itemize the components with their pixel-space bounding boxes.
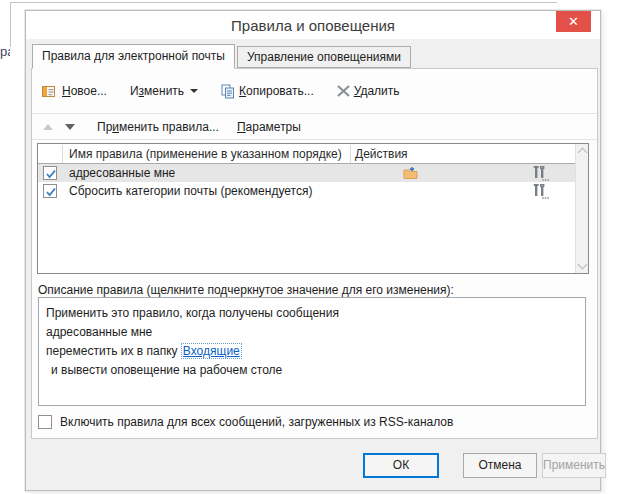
description-line-3: переместить их в папку Входящие xyxy=(46,342,578,361)
apply-button[interactable]: Применить xyxy=(542,453,606,478)
edit-rule-label: Изменить xyxy=(130,84,184,98)
new-rule-label: Новое... xyxy=(62,84,107,98)
column-separator xyxy=(62,145,63,163)
rule-name: Сбросить категории почты (рекомендуется) xyxy=(69,184,312,198)
email-rules-tab-page: Новое... Изменить xyxy=(31,68,598,439)
rules-table: Имя правила (применение в указанном поря… xyxy=(37,143,589,274)
table-row-rule-1[interactable]: адресованные мне xyxy=(38,164,576,182)
screen: ра Правила и оповещения ✕ Правила для эл… xyxy=(0,0,628,494)
copy-icon xyxy=(221,84,235,99)
description-line-1: Применить это правило, когда получены со… xyxy=(46,304,578,323)
options-button[interactable]: Параметры xyxy=(234,119,304,135)
tab-manage-alerts[interactable]: Управление оповещениями xyxy=(237,46,411,68)
tab-email-rules[interactable]: Правила для электронной почты xyxy=(32,44,235,69)
delete-rule-button[interactable]: Удалить xyxy=(333,82,404,100)
rule-description-label: Описание правила (щелкните подчеркнутое … xyxy=(38,283,454,297)
scroll-up-icon[interactable] xyxy=(578,148,588,158)
rule-2-enabled-checkbox[interactable] xyxy=(43,184,57,198)
title-bar: Правила и оповещения ✕ xyxy=(26,11,600,39)
options-label: Параметры xyxy=(237,120,301,134)
move-rule-up-button[interactable] xyxy=(38,119,58,135)
close-button[interactable]: ✕ xyxy=(556,11,591,32)
rule-description-box: Применить это правило, когда получены со… xyxy=(38,297,586,406)
tab-email-rules-label: Правила для электронной почты xyxy=(42,49,225,63)
edit-rule-button[interactable]: Изменить xyxy=(126,82,202,100)
inbox-folder-link[interactable]: Входящие xyxy=(181,343,242,359)
move-to-folder-icon xyxy=(402,166,419,183)
rules-table-header: Имя правила (применение в указанном поря… xyxy=(38,144,588,164)
column-separator xyxy=(350,145,351,163)
delete-rule-label: Удалить xyxy=(354,84,400,98)
dialog-title: Правила и оповещения xyxy=(26,17,600,34)
copy-rule-button[interactable]: Копировать... xyxy=(217,82,318,101)
rules-and-alerts-dialog: Правила и оповещения ✕ Правила для элект… xyxy=(25,10,601,491)
rule-order-toolbar: Применить правила... Параметры xyxy=(38,117,304,137)
run-rules-now-label: Применить правила... xyxy=(97,120,219,134)
move-rule-down-button[interactable] xyxy=(60,119,80,135)
cancel-button[interactable]: Отмена xyxy=(463,453,537,478)
rss-checkbox-row: Включить правила для всех сообщений, заг… xyxy=(38,415,453,429)
toolbar-separator xyxy=(32,113,597,114)
toolbar-separator-2 xyxy=(32,139,597,140)
new-rule-button[interactable]: Новое... xyxy=(38,82,111,100)
custom-action-tools-icon xyxy=(532,183,549,203)
scroll-down-icon[interactable] xyxy=(578,260,588,270)
rule-name: адресованные мне xyxy=(69,166,175,180)
new-rule-icon xyxy=(42,85,58,98)
table-row-rule-2[interactable]: Сбросить категории почты (рекомендуется) xyxy=(38,182,576,200)
rule-1-enabled-checkbox[interactable] xyxy=(43,166,57,180)
background-text-fragment: ра xyxy=(0,44,10,59)
description-line-2: адресованные мне xyxy=(46,323,578,342)
rss-rules-checkbox[interactable] xyxy=(38,415,52,429)
rss-rules-label: Включить правила для всех сообщений, заг… xyxy=(60,415,453,429)
chevron-down-icon xyxy=(190,89,198,93)
delete-x-icon xyxy=(337,85,350,97)
tab-manage-alerts-label: Управление оповещениями xyxy=(247,50,401,64)
rules-toolbar: Новое... Изменить xyxy=(38,80,419,102)
run-rules-now-button[interactable]: Применить правила... xyxy=(94,119,222,135)
checkmark-icon xyxy=(45,168,57,180)
description-line-4: и вывести оповещение на рабочем столе xyxy=(46,361,578,380)
checkmark-icon xyxy=(45,186,57,198)
column-header-rule-name: Имя правила (применение в указанном поря… xyxy=(69,147,342,161)
close-icon: ✕ xyxy=(568,14,579,29)
background-window-border-top xyxy=(10,2,557,3)
column-header-actions: Действия xyxy=(355,147,408,161)
table-scrollbar[interactable] xyxy=(575,144,588,273)
ok-button[interactable]: ОК xyxy=(363,453,439,478)
arrow-up-icon xyxy=(43,124,53,130)
arrow-down-icon xyxy=(65,124,75,130)
copy-rule-label: Копировать... xyxy=(239,84,314,98)
background-window-border-left xyxy=(10,2,11,47)
